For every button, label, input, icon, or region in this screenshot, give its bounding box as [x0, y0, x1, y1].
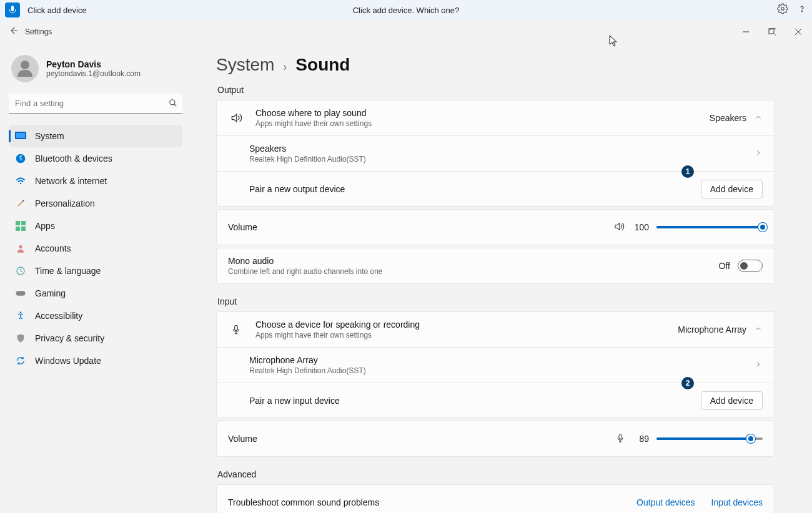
sidebar-item-time[interactable]: Time & language [9, 260, 182, 282]
sidebar-item-accessibility[interactable]: Accessibility [9, 305, 182, 327]
breadcrumb: System › Sound [216, 55, 775, 75]
chevron-right-icon: › [283, 61, 287, 74]
gear-icon[interactable] [777, 3, 788, 17]
breadcrumb-root[interactable]: System [216, 55, 274, 75]
svg-rect-2 [769, 29, 774, 34]
choose-input-row[interactable]: Choose a device for speaking or recordin… [217, 312, 774, 347]
output-volume-card: Volume 100 [216, 209, 775, 245]
sidebar-item-apps[interactable]: Apps [9, 215, 182, 237]
troubleshoot-input-link[interactable]: Input devices [711, 497, 763, 507]
clock-icon [15, 265, 26, 276]
svg-rect-14 [16, 291, 26, 296]
brush-icon [15, 198, 26, 209]
input-volume-card: Volume 89 [216, 421, 775, 457]
svg-rect-5 [16, 133, 25, 138]
input-volume-slider[interactable] [656, 437, 763, 440]
system-icon [15, 130, 26, 142]
mono-audio-card: Mono audio Combine left and right audio … [216, 248, 775, 284]
chevron-right-icon [754, 149, 763, 159]
svg-point-12 [19, 245, 22, 248]
mono-state-label: Off [719, 261, 730, 271]
assistant-help-bar: Click add device Click add device. Which… [0, 0, 812, 20]
output-volume-value: 100 [633, 222, 649, 232]
sidebar: Peyton Davis peytondavis.1@outlook.com S… [0, 44, 191, 513]
chevron-up-icon [754, 113, 763, 124]
output-volume-slider[interactable] [656, 226, 763, 228]
apps-icon [15, 220, 26, 232]
add-output-device-button[interactable]: Add device [701, 180, 763, 198]
avatar [11, 55, 39, 82]
svg-rect-11 [21, 227, 26, 231]
svg-rect-10 [16, 227, 20, 231]
section-input-header: Input [217, 296, 775, 306]
speaker-icon [228, 112, 244, 124]
current-output-device: Speakers [710, 113, 746, 123]
svg-point-15 [20, 311, 22, 313]
mono-audio-row[interactable]: Mono audio Combine left and right audio … [217, 248, 774, 283]
svg-point-7 [20, 183, 22, 185]
step-badge-1: 1 [681, 165, 694, 178]
main-content: System › Sound Output Choose where to pl… [191, 44, 812, 513]
microphone-icon[interactable] [615, 432, 625, 446]
sidebar-item-system[interactable]: System [9, 125, 182, 147]
chevron-up-icon [754, 325, 763, 335]
add-input-device-button[interactable]: Add device [701, 391, 763, 410]
search-field[interactable] [9, 94, 182, 114]
voice-icon[interactable] [5, 2, 20, 17]
search-input[interactable] [9, 94, 182, 114]
assistant-hint: Click add device [27, 6, 87, 15]
svg-rect-8 [16, 221, 20, 225]
svg-point-1 [801, 11, 802, 11]
sidebar-item-network[interactable]: Network & internet [9, 170, 182, 192]
gamepad-icon [15, 288, 26, 299]
assistant-question: Click add device. Which one? [353, 6, 460, 15]
input-volume-row: Volume 89 [217, 421, 774, 456]
svg-point-0 [781, 7, 785, 11]
search-icon [169, 99, 177, 110]
wifi-icon [15, 175, 26, 187]
update-icon [15, 355, 26, 366]
troubleshoot-output-link[interactable]: Output devices [636, 497, 695, 507]
svg-rect-9 [21, 221, 26, 225]
accessibility-icon [15, 310, 26, 321]
sidebar-item-privacy[interactable]: Privacy & security [9, 327, 182, 349]
sidebar-item-bluetooth[interactable]: Bluetooth & devices [9, 147, 182, 170]
output-volume-row: Volume 100 [217, 210, 774, 245]
back-icon[interactable] [7, 25, 19, 39]
close-icon[interactable] [792, 26, 805, 38]
output-card: Choose where to play sound Apps might ha… [216, 100, 775, 207]
section-output-header: Output [217, 85, 775, 95]
shield-icon [15, 333, 26, 344]
choose-output-row[interactable]: Choose where to play sound Apps might ha… [217, 100, 774, 135]
mono-audio-toggle[interactable] [738, 260, 763, 272]
svg-rect-16 [235, 325, 238, 330]
profile-email: peytondavis.1@outlook.com [46, 69, 141, 78]
sidebar-item-accounts[interactable]: Accounts [9, 237, 182, 260]
nav-list: System Bluetooth & devices Network & int… [9, 125, 182, 372]
window-title-bar: Settings [0, 20, 812, 44]
sidebar-item-update[interactable]: Windows Update [9, 349, 182, 372]
chevron-right-icon [754, 360, 763, 371]
maximize-icon[interactable] [766, 26, 778, 38]
troubleshoot-row: Troubleshoot common sound problems Outpu… [217, 485, 774, 513]
help-icon[interactable] [797, 3, 807, 17]
sidebar-item-gaming[interactable]: Gaming [9, 282, 182, 305]
sidebar-item-personalization[interactable]: Personalization [9, 192, 182, 215]
minimize-icon[interactable] [740, 26, 752, 38]
section-advanced-header: Advanced [217, 469, 775, 479]
volume-icon[interactable] [613, 221, 625, 234]
profile-block[interactable]: Peyton Davis peytondavis.1@outlook.com [9, 50, 182, 94]
app-title: Settings [25, 27, 52, 36]
person-icon [15, 243, 26, 254]
troubleshoot-card: Troubleshoot common sound problems Outpu… [216, 484, 775, 513]
profile-name: Peyton Davis [46, 59, 141, 69]
current-input-device: Microphone Array [678, 325, 746, 335]
svg-point-3 [170, 100, 175, 105]
pair-input-row: Pair a new input device Add device 2 [217, 383, 774, 418]
bluetooth-icon [15, 153, 26, 164]
microphone-icon [228, 323, 244, 336]
input-card: Choose a device for speaking or recordin… [216, 311, 775, 418]
page-title: Sound [295, 55, 350, 75]
input-volume-value: 89 [633, 434, 649, 444]
pair-output-row: Pair a new output device Add device 1 [217, 171, 774, 206]
